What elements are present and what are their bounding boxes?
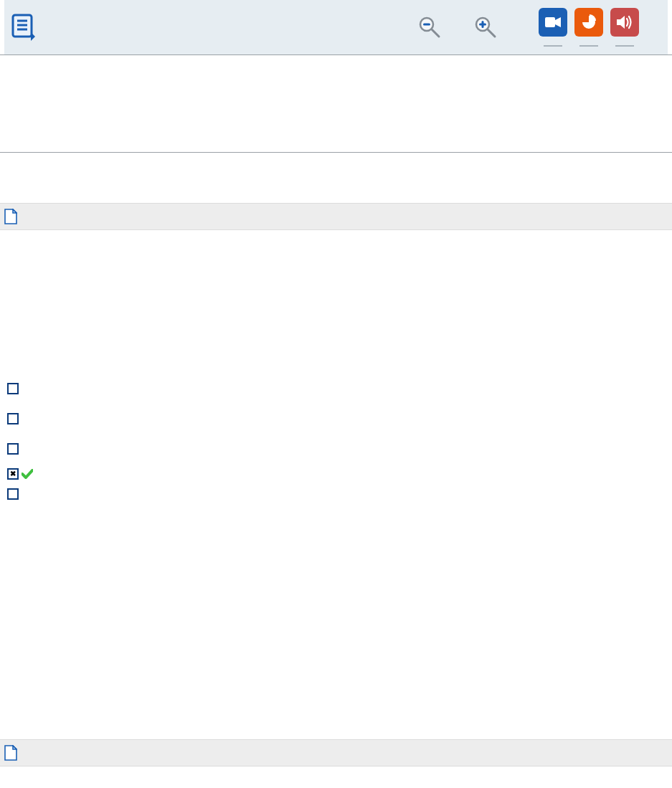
svg-line-11 [488, 29, 495, 37]
page-icon [4, 209, 17, 224]
presentation-icon [580, 14, 597, 31]
answer-checkbox-5[interactable] [7, 488, 19, 500]
spacer [0, 504, 672, 739]
svg-rect-10 [482, 21, 484, 28]
svg-marker-14 [617, 16, 625, 29]
answer-checkbox-4[interactable] [7, 468, 19, 480]
answer-list [0, 374, 672, 504]
audio-button-wrap [610, 8, 639, 47]
svg-marker-4 [31, 32, 35, 41]
presentation-button[interactable] [574, 8, 603, 37]
zoom-in-button[interactable] [474, 16, 497, 39]
question-area [0, 230, 672, 374]
svg-marker-13 [555, 17, 561, 27]
answer-option-5[interactable] [7, 484, 672, 504]
zoom-out-button[interactable] [418, 16, 441, 39]
answer-checkbox-1[interactable] [7, 383, 19, 394]
audio-icon [616, 14, 633, 30]
zoom-controls [418, 16, 497, 39]
video-button[interactable] [539, 8, 567, 37]
svg-marker-18 [13, 746, 16, 749]
svg-rect-6 [423, 24, 430, 26]
answer-option-1[interactable] [7, 374, 672, 404]
presentation-underline [579, 45, 598, 47]
toolbar-right [418, 8, 639, 47]
toolbar-left [11, 14, 36, 41]
answer-option-2[interactable] [7, 404, 672, 434]
section-header-2 [0, 739, 672, 766]
answer-option-3[interactable] [7, 434, 672, 464]
answer-checkbox-3[interactable] [7, 443, 19, 455]
list-document-icon[interactable] [11, 14, 36, 41]
zoom-out-icon [418, 16, 441, 39]
svg-rect-12 [545, 17, 555, 27]
video-icon [545, 16, 561, 28]
page-icon [4, 745, 17, 761]
svg-marker-16 [13, 209, 16, 213]
answer-checkbox-2[interactable] [7, 413, 19, 424]
video-underline [544, 45, 562, 47]
blank-band-2 [0, 153, 672, 203]
section-header-1 [0, 203, 672, 230]
video-button-wrap [539, 8, 567, 47]
answer-option-4[interactable] [7, 464, 672, 484]
presentation-button-wrap [574, 8, 603, 47]
correct-check-icon [22, 469, 33, 479]
audio-underline [615, 45, 634, 47]
zoom-in-icon [474, 16, 497, 39]
svg-line-7 [432, 29, 439, 37]
toolbar [4, 0, 668, 54]
media-buttons [539, 8, 639, 47]
audio-button[interactable] [610, 8, 639, 37]
blank-band-1 [0, 55, 672, 152]
